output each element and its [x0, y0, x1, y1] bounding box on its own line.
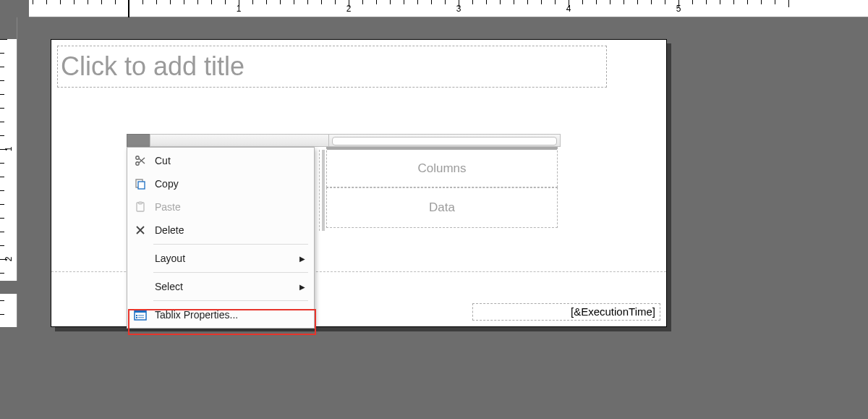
menu-item-label: Select: [155, 281, 183, 292]
vruler-number: 2: [4, 257, 14, 262]
design-canvas[interactable]: Click to add title Columns Data: [29, 17, 868, 419]
menu-item-copy[interactable]: Copy: [127, 172, 314, 195]
properties-icon: [132, 308, 149, 322]
menu-item-delete[interactable]: Delete: [127, 219, 314, 242]
footer-execution-time[interactable]: [&ExecutionTime]: [472, 303, 660, 321]
x-icon: [132, 223, 149, 237]
svg-rect-8: [136, 315, 137, 316]
tablix-cells: Columns Data: [326, 147, 558, 228]
menu-item-paste: Paste: [127, 195, 314, 219]
tablix-data-cell[interactable]: Data: [326, 187, 558, 228]
svg-rect-10: [138, 315, 144, 316]
menu-item-layout[interactable]: Layout▶: [127, 247, 314, 270]
tablix-column-group-label: Columns: [417, 161, 466, 176]
menu-separator: [153, 300, 308, 301]
tablix-data-label: Data: [429, 200, 455, 215]
menu-item-label: Layout: [155, 253, 185, 264]
blank-icon: [132, 251, 149, 266]
menu-item-label: Paste: [155, 201, 181, 213]
tablix-column-handle-1[interactable]: [150, 134, 329, 147]
menu-item-label: Delete: [155, 224, 184, 236]
copy-icon: [132, 177, 149, 191]
vruler-number: 1: [4, 147, 14, 152]
blank-icon: [132, 279, 149, 294]
svg-rect-5: [139, 202, 142, 204]
svg-rect-9: [136, 317, 137, 318]
scissors-icon: [132, 153, 149, 168]
submenu-arrow-icon: ▶: [299, 283, 305, 291]
tablix-row-group-bar: [322, 150, 325, 231]
tablix-corner-handle[interactable]: [127, 134, 150, 147]
vertical-ruler: 12: [0, 17, 17, 419]
svg-rect-7: [135, 310, 146, 313]
report-title-placeholder[interactable]: Click to add title: [57, 46, 607, 88]
hruler-number: 1: [237, 4, 242, 14]
footer-execution-time-text: [&ExecutionTime]: [571, 305, 655, 318]
horizontal-ruler: 12345: [29, 0, 868, 17]
svg-point-1: [136, 156, 139, 159]
context-menu: CutCopyPasteDeleteLayout▶Select▶Tablix P…: [127, 147, 315, 329]
svg-rect-11: [138, 317, 144, 318]
tablix-column-handle-2[interactable]: [329, 134, 561, 147]
menu-separator: [153, 272, 308, 273]
hruler-number: 3: [456, 4, 461, 14]
menu-item-label: Cut: [155, 155, 171, 166]
menu-item-label: Tablix Properties...: [155, 309, 238, 321]
svg-rect-3: [138, 182, 145, 189]
report-title-text: Click to add title: [61, 51, 244, 82]
menu-separator: [153, 244, 308, 245]
hruler-number: 2: [346, 4, 352, 14]
menu-item-cut[interactable]: Cut: [127, 149, 314, 172]
submenu-arrow-icon: ▶: [299, 255, 305, 263]
menu-item-select[interactable]: Select▶: [127, 275, 314, 298]
menu-item-label: Copy: [155, 178, 179, 190]
svg-point-0: [136, 162, 139, 165]
menu-item-tablix-properties[interactable]: Tablix Properties...: [127, 303, 314, 326]
hruler-number: 5: [676, 4, 681, 14]
report-page: Click to add title Columns Data: [51, 39, 667, 327]
ruler-corner: [0, 0, 29, 17]
tablix-column-group-cell[interactable]: Columns: [326, 147, 558, 187]
clipboard-icon: [132, 200, 149, 214]
hruler-number: 4: [566, 4, 571, 14]
